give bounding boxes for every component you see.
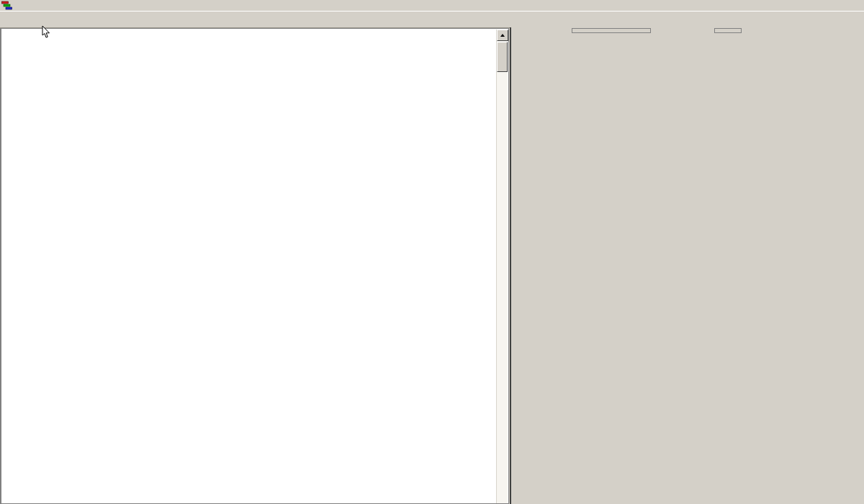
tree-connectors: [1, 29, 509, 504]
up-arrow-icon: [500, 34, 505, 37]
scrollbar-up-button[interactable]: [497, 30, 508, 41]
info-column-stub: [714, 28, 742, 33]
details-panel: [510, 27, 864, 504]
genealogy-tree-panel: [0, 28, 509, 504]
toolbar: [0, 11, 864, 28]
scrollbar-thumb[interactable]: [497, 42, 508, 72]
menu-bar: [0, 0, 864, 11]
info-column-stub: [572, 28, 651, 33]
mouse-cursor: [42, 26, 50, 39]
app-icon: [1, 1, 12, 10]
tree-vertical-scrollbar[interactable]: [496, 30, 508, 503]
